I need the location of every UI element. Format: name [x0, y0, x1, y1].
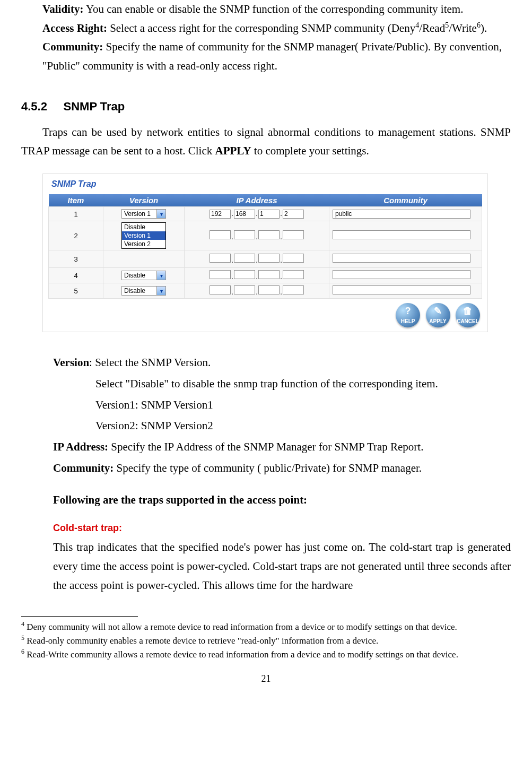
- ip-octet-input[interactable]: [258, 230, 280, 239]
- desc-community: Community: Specify the type of community…: [53, 459, 511, 478]
- ip-octet-input[interactable]: [210, 270, 231, 279]
- footnote-6: 6 Read-Write community allows a remote d…: [21, 647, 511, 661]
- ip-octet-input[interactable]: [234, 270, 255, 279]
- dropdown-option-selected[interactable]: Version 1: [122, 231, 165, 240]
- ip-octet-input[interactable]: [283, 270, 304, 279]
- ip-octet-input[interactable]: [258, 285, 280, 294]
- apply-button[interactable]: ✎ APPLY: [426, 303, 450, 327]
- section-heading: 4.5.2 SNMP Trap: [21, 100, 511, 114]
- ip-octet-input[interactable]: [283, 230, 304, 239]
- community-label: Community:: [42, 40, 103, 53]
- section-number: 4.5.2: [21, 100, 47, 113]
- ip-octet-input[interactable]: [258, 254, 280, 263]
- ip-octet-input[interactable]: [234, 285, 255, 294]
- apply-icon: ✎: [426, 306, 450, 316]
- desc-version: Version: Select the SNMP Version.: [53, 353, 511, 372]
- item-cell: 4: [49, 268, 103, 283]
- desc-version-sub3: Version2: SNMP Version2: [95, 417, 511, 436]
- page-number: 21: [21, 673, 511, 695]
- supported-traps-heading: Following are the traps supported in the…: [53, 493, 511, 507]
- section-title: SNMP Trap: [64, 100, 125, 113]
- version-dropdown[interactable]: Disable ▾: [121, 286, 166, 296]
- version-dropdown[interactable]: Version 1 ▾: [121, 209, 166, 219]
- cancel-icon: 🗑: [456, 306, 480, 316]
- ip-octet-input[interactable]: [210, 254, 231, 263]
- validity-label: Validity:: [42, 3, 83, 15]
- action-row: ? HELP ✎ APPLY 🗑 CANCEL: [48, 299, 482, 328]
- table-row: 5 Disable ▾ ...: [49, 283, 482, 299]
- item-cell: 5: [49, 283, 103, 299]
- version-dropdown[interactable]: Disable ▾: [121, 271, 166, 280]
- community-paragraph: Community: Specify the name of community…: [42, 38, 511, 75]
- ip-octet-input[interactable]: [283, 254, 304, 263]
- ip-octet-input[interactable]: [210, 230, 231, 239]
- dropdown-option[interactable]: Version 2: [122, 240, 165, 248]
- access-right-paragraph: Access Right: Select a access right for …: [42, 19, 511, 38]
- table-row: 3 ...: [49, 250, 482, 268]
- ip-octet-input[interactable]: 192: [210, 210, 231, 219]
- chevron-down-icon: ▾: [156, 210, 165, 218]
- community-text: Specify the name of community for the SN…: [42, 40, 502, 72]
- ip-octet-input[interactable]: [283, 285, 304, 294]
- item-cell: 3: [49, 250, 103, 268]
- desc-version-sub1: Select "Disable" to disable the snmp tra…: [95, 375, 511, 394]
- community-input[interactable]: public: [333, 210, 470, 219]
- community-input[interactable]: [333, 270, 470, 279]
- community-input[interactable]: [333, 230, 470, 239]
- desc-ip: IP Address: Specify the IP Address of th…: [53, 438, 511, 457]
- access-right-label: Access Right:: [42, 22, 107, 34]
- ip-octet-input[interactable]: [258, 270, 280, 279]
- version-dropdown-open[interactable]: Disable Version 1 Version 2: [121, 222, 166, 249]
- ip-octet-input[interactable]: [234, 230, 255, 239]
- cancel-button[interactable]: 🗑 CANCEL: [456, 303, 480, 327]
- chevron-down-icon: ▾: [156, 271, 165, 280]
- footnote-rule: [21, 616, 138, 617]
- col-community: Community: [329, 194, 482, 207]
- footnote-5: 5 Read-only community enables a remote d…: [21, 634, 511, 647]
- cold-start-trap-text: This trap indicates that the specified n…: [53, 538, 511, 595]
- cold-start-trap-heading: Cold-start trap:: [53, 523, 511, 534]
- help-button[interactable]: ? HELP: [396, 303, 420, 327]
- validity-text: You can enable or disable the SNMP funct…: [83, 3, 463, 15]
- ip-octet-input[interactable]: 2: [283, 210, 304, 219]
- snmp-trap-table: Item Version IP Address Community 1 Vers…: [48, 194, 482, 299]
- ip-octet-input[interactable]: 1: [258, 210, 280, 219]
- chevron-down-icon: ▾: [156, 287, 165, 295]
- desc-version-sub2: Version1: SNMP Version1: [95, 396, 511, 415]
- dropdown-option[interactable]: Disable: [122, 223, 165, 231]
- col-version: Version: [103, 194, 185, 207]
- help-icon: ?: [396, 306, 420, 316]
- ip-octet-input[interactable]: [210, 285, 231, 294]
- community-input[interactable]: [333, 254, 470, 263]
- item-cell: 1: [49, 207, 103, 221]
- community-input[interactable]: [333, 285, 470, 294]
- item-cell: 2: [49, 221, 103, 250]
- table-row: 2 Disable Version 1 Version 2 ...: [49, 221, 482, 250]
- table-row: 4 Disable ▾ ...: [49, 268, 482, 283]
- col-item: Item: [49, 194, 103, 207]
- table-row: 1 Version 1 ▾ 192.168.1.2 public: [49, 207, 482, 221]
- ip-octet-input[interactable]: 168: [234, 210, 255, 219]
- section-paragraph: Traps can be used by network entities to…: [21, 123, 511, 161]
- panel-title: SNMP Trap: [48, 179, 482, 189]
- validity-paragraph: Validity: You can enable or disable the …: [42, 0, 511, 19]
- snmp-trap-panel: SNMP Trap Item Version IP Address Commun…: [42, 174, 488, 332]
- col-ip-address: IP Address: [185, 194, 329, 207]
- footnote-4: 4 Deny community will not allow a remote…: [21, 620, 511, 634]
- ip-octet-input[interactable]: [234, 254, 255, 263]
